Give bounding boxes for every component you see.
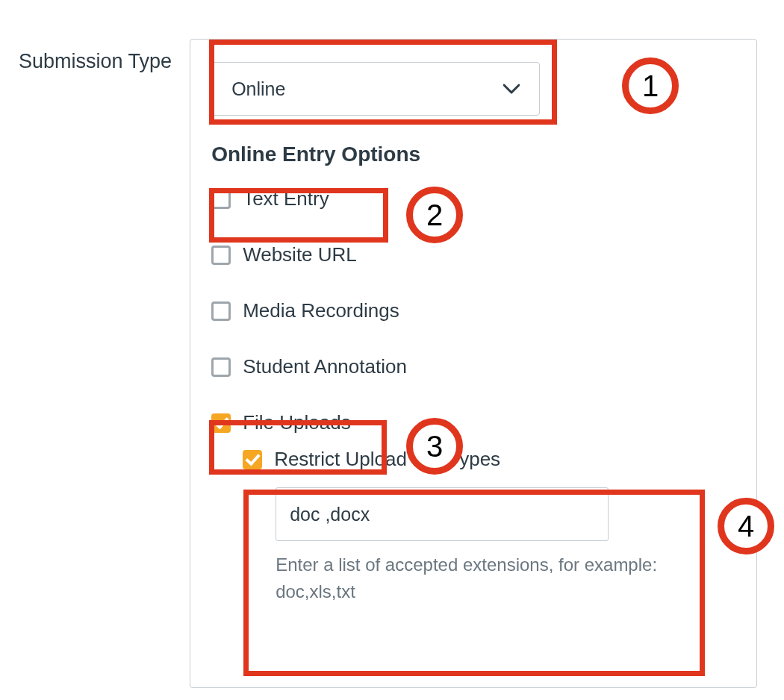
allowed-extensions-helper: Enter a list of accepted extensions, for… <box>276 551 694 605</box>
website-url-checkbox[interactable] <box>211 246 231 265</box>
dropdown-selected-value: Online <box>231 78 285 100</box>
text-entry-checkbox[interactable] <box>211 190 231 209</box>
text-entry-option[interactable]: Text Entry <box>211 187 735 210</box>
allowed-extensions-input[interactable] <box>276 487 609 541</box>
restrict-file-types-option[interactable]: Restrict Upload File Types <box>243 448 735 471</box>
student-annotation-option[interactable]: Student Annotation <box>211 355 735 378</box>
file-uploads-label: File Uploads <box>243 411 351 434</box>
restrict-file-types-label: Restrict Upload File Types <box>274 448 500 471</box>
submission-type-panel: Online Online Entry Options Text Entry W… <box>190 39 757 688</box>
file-uploads-option[interactable]: File Uploads <box>211 411 735 434</box>
file-uploads-checkbox[interactable] <box>211 413 231 433</box>
submission-type-label: Submission Type <box>19 39 172 73</box>
website-url-label: Website URL <box>243 243 357 266</box>
student-annotation-label: Student Annotation <box>243 355 407 378</box>
student-annotation-checkbox[interactable] <box>211 357 231 377</box>
text-entry-label: Text Entry <box>243 187 329 210</box>
restrict-file-types-block: Restrict Upload File Types Enter a list … <box>243 448 735 605</box>
media-recordings-label: Media Recordings <box>243 299 399 322</box>
media-recordings-option[interactable]: Media Recordings <box>211 299 735 322</box>
submission-type-dropdown[interactable]: Online <box>211 62 540 116</box>
online-entry-options-heading: Online Entry Options <box>211 143 735 166</box>
restrict-file-types-checkbox[interactable] <box>243 450 262 469</box>
website-url-option[interactable]: Website URL <box>211 243 735 266</box>
chevron-down-icon <box>503 84 520 94</box>
media-recordings-checkbox[interactable] <box>211 301 231 321</box>
